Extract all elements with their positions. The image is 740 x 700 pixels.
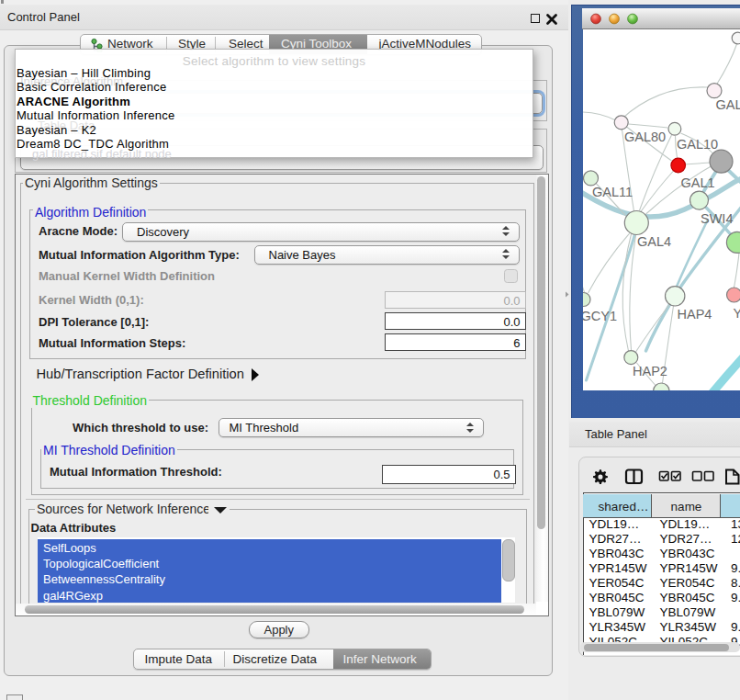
svg-text:HAP2: HAP2 [633, 364, 667, 378]
svg-text:SWI4: SWI4 [701, 211, 733, 226]
svg-text:YM: YM [733, 306, 740, 321]
svg-text:GAL4: GAL4 [637, 234, 671, 249]
svg-text:GCY1: GCY1 [583, 309, 617, 323]
svg-text:GAL10: GAL10 [677, 137, 718, 152]
svg-text:GAL1: GAL1 [680, 175, 714, 190]
svg-text:GAL11: GAL11 [592, 185, 633, 199]
svg-text:GAL80: GAL80 [624, 130, 666, 144]
svg-text:HAP4: HAP4 [677, 307, 712, 322]
svg-text:GAL7: GAL7 [715, 97, 740, 112]
